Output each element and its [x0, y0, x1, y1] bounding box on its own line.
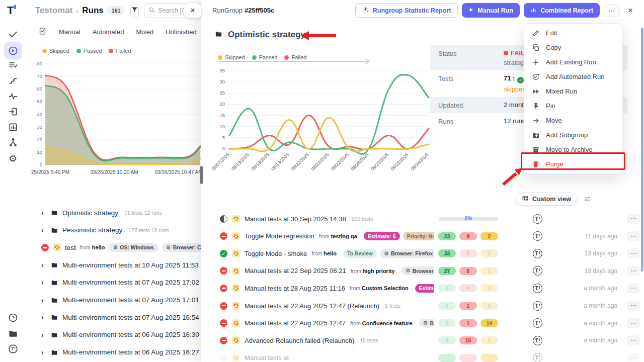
group-list-item[interactable]: ›Multi-environment tests at 06 Aug 2025 …: [26, 326, 201, 343]
menu-item-label: Add Existing Run: [546, 58, 596, 66]
drawer-close-button[interactable]: ×: [624, 4, 637, 17]
run-row[interactable]: Manual tests at 28 Aug 2025 11:16from Cu…: [201, 280, 640, 297]
list-toolbar: Custom view: [201, 193, 644, 207]
menu-item-move[interactable]: Move: [524, 113, 622, 128]
chevron-right-icon[interactable]: ›: [41, 331, 46, 339]
drawer-scrollbar[interactable]: [641, 28, 643, 272]
group-list-item[interactable]: ›Multi-environment tests at 06 Aug 2025 …: [26, 344, 201, 361]
run-row[interactable]: Manual tests at 30 Sep 2025 14:38200 tes…: [201, 210, 640, 227]
adjustments-icon[interactable]: [583, 195, 592, 205]
passed-count-pill: 27: [438, 267, 456, 275]
run-row[interactable]: Toggle Mode - smokefrom helloTo Review⚙B…: [201, 245, 640, 262]
run-row[interactable]: Manual tests at 22 Aug 2025 12:47from Co…: [201, 315, 640, 332]
group-list-item[interactable]: ›Multi-environment tests at 07 Aug 2025 …: [26, 309, 201, 326]
drawer-more-button[interactable]: ⋯: [604, 4, 620, 17]
chevron-right-icon[interactable]: ›: [41, 313, 46, 321]
main-content: Testomat › Runs 161 Manual Automated Mix…: [26, 0, 201, 362]
testomat-report-icon[interactable]: T: [533, 231, 542, 241]
chevron-right-icon[interactable]: ›: [41, 296, 46, 304]
menu-item-add-existing-run[interactable]: Add Existing Run: [524, 55, 622, 69]
gear-icon: ⚙: [406, 267, 411, 274]
testomat-report-icon[interactable]: T: [533, 336, 542, 345]
badge-priority: Priority: Normal: [403, 232, 434, 240]
projects-folder-icon[interactable]: [8, 328, 19, 339]
rungroup-statistic-report-button[interactable]: Rungroup Statistic Report: [355, 3, 458, 18]
failed-count-pill: [459, 354, 477, 362]
menu-item-label: Add Automated Run: [546, 73, 604, 80]
custom-view-button[interactable]: Custom view: [515, 193, 578, 206]
group-list-item[interactable]: ›Pessimistic strategy127 tests 18 runs: [26, 222, 201, 239]
group-list-item[interactable]: ›Optimistic strategy71 tests 12 runs: [26, 204, 201, 221]
testomat-report-icon[interactable]: T: [533, 214, 542, 224]
run-row[interactable]: Toggle Mode regressionfrom testing qaEst…: [201, 228, 640, 245]
row-menu-button[interactable]: ⋯: [627, 318, 640, 328]
testomat-report-icon[interactable]: T: [533, 284, 542, 293]
menu-item-edit[interactable]: Edit: [524, 26, 622, 40]
menu-item-pin[interactable]: Pin: [524, 99, 622, 113]
pencil-icon: [531, 29, 540, 37]
run-list-item[interactable]: testfrom hello⚙OS: Windows⚙Browser: Chro…: [26, 239, 201, 256]
help-icon[interactable]: ?: [8, 312, 19, 323]
menu-item-mixed-run[interactable]: Mixed Run: [524, 84, 622, 99]
run-badges: To Review⚙Browser: Firefox⚙OS: MacOS: [343, 249, 434, 258]
chevron-right-icon[interactable]: ›: [41, 261, 46, 269]
pulse-icon[interactable]: [8, 90, 19, 102]
drawer-header: RunGroup#25ff505c Rungroup Statistic Rep…: [201, 0, 644, 21]
panel-close-button[interactable]: ×: [184, 3, 201, 18]
burst-icon: [232, 302, 240, 310]
testomat-report-icon[interactable]: T: [533, 249, 542, 258]
row-menu-button[interactable]: ⋯: [627, 231, 640, 241]
manual-run-button[interactable]: Manual Run: [462, 3, 520, 18]
runs-icon[interactable]: [4, 42, 22, 60]
run-badges: Estimate: 5Priority: NormalReferences:: [364, 232, 434, 240]
run-row[interactable]: Manual tests atT⋯: [201, 349, 640, 362]
combined-report-button[interactable]: Combined Report: [524, 3, 600, 18]
group-list-item[interactable]: ›Multi-environment tests at 07 Aug 2025 …: [26, 274, 201, 291]
run-title: Toggle Mode regression: [245, 232, 314, 240]
chevron-right-icon[interactable]: ›: [41, 279, 46, 287]
import-icon[interactable]: [8, 106, 19, 117]
plus-icon: [531, 58, 540, 66]
run-title: Manual tests at 22 Sep 2025 06:21: [245, 267, 346, 275]
testomat-report-icon[interactable]: T: [533, 266, 542, 276]
run-row[interactable]: Manual tests at 22 Sep 2025 06:21from hi…: [201, 262, 640, 280]
test-plans-icon[interactable]: [8, 59, 19, 70]
menu-item-copy[interactable]: Copy: [524, 40, 622, 55]
drawer-resize-handle[interactable]: [200, 166, 203, 184]
testomat-report-icon[interactable]: T: [533, 353, 542, 362]
checks-icon[interactable]: [8, 29, 19, 40]
chevron-right-icon[interactable]: ›: [41, 348, 46, 356]
row-menu-button[interactable]: ⋯: [627, 335, 640, 345]
group-list-item[interactable]: ›Multi-environment tests at 10 Aug 2025 …: [26, 256, 201, 274]
run-row[interactable]: Manual tests at 22 Aug 2025 12:47 (Relau…: [201, 297, 640, 314]
reports-icon[interactable]: [8, 122, 19, 133]
chevron-right-icon[interactable]: ›: [41, 209, 46, 217]
group-list-item[interactable]: ›Multi-environment tests at 07 Aug 2025 …: [26, 292, 201, 309]
row-menu-button[interactable]: ⋯: [627, 301, 640, 311]
menu-item-label: Edit: [546, 29, 557, 37]
settings-gear-icon[interactable]: ⚙: [8, 153, 19, 164]
row-menu-button[interactable]: ⋯: [627, 214, 640, 224]
branches-icon[interactable]: [8, 137, 19, 148]
testomat-logo[interactable]: T: [7, 4, 16, 17]
menu-item-add-automated-run[interactable]: Add Automated Run: [524, 69, 622, 84]
result-counts: 0150: [438, 336, 498, 344]
testomat-badge-icon[interactable]: T: [8, 343, 19, 354]
chevron-right-icon[interactable]: ›: [41, 226, 46, 234]
run-timestamp: a month ago: [547, 302, 617, 309]
testomat-report-icon[interactable]: T: [533, 318, 542, 328]
run-source: from hello: [80, 244, 105, 250]
menu-item-add-subgroup[interactable]: Add Subgroup: [524, 128, 622, 142]
skipped-count-pill: 2: [480, 232, 498, 240]
failed-status-icon: [220, 302, 227, 310]
row-menu-button[interactable]: ⋯: [627, 353, 640, 362]
testomat-report-icon[interactable]: T: [533, 301, 542, 311]
failed-status-icon: [220, 319, 227, 327]
drawer-title: RunGroup#25ff505c: [212, 7, 274, 14]
badge-env: ⚙Browser: Firefox: [380, 249, 434, 258]
run-row[interactable]: Advanced Relaunch failed (Relaunch)15 te…: [201, 332, 640, 349]
milestones-icon[interactable]: [8, 75, 19, 86]
row-menu-button[interactable]: ⋯: [627, 266, 640, 276]
row-menu-button[interactable]: ⋯: [627, 248, 640, 258]
row-menu-button[interactable]: ⋯: [627, 283, 640, 293]
